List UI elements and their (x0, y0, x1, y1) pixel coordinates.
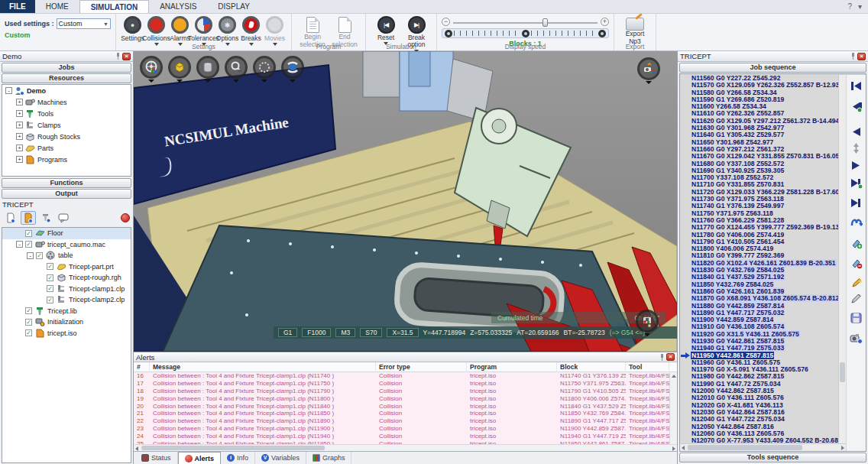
speed-knob-medium[interactable] (522, 30, 530, 37)
tree-item-programs[interactable]: +Programs (2, 154, 131, 165)
add-breakpoint-button[interactable] (850, 237, 863, 249)
alerts-column-header[interactable]: Tool (626, 362, 669, 372)
open-doc-button[interactable] (21, 211, 36, 225)
3d-viewport[interactable]: NCSIMUL Machine (134, 51, 677, 352)
play-reverse-button[interactable] (850, 125, 863, 138)
remove-breakpoint-button[interactable] (850, 257, 863, 269)
export-np3-button[interactable]: Export Np3 (619, 15, 651, 46)
skip-first-button[interactable] (850, 79, 863, 92)
output-tab-status[interactable]: Status (135, 452, 178, 464)
new-doc-button[interactable] (3, 211, 18, 225)
tree-item-demo[interactable]: -Demo (2, 85, 131, 96)
gcode-horizontal-scrollbar[interactable] (680, 443, 846, 451)
tree-item-clamps[interactable]: +Clamps (2, 119, 131, 131)
tree-item-tricept-clamp2-clp[interactable]: ✓Tricept-clamp2.clp (2, 294, 131, 306)
speed-slider[interactable] (453, 18, 598, 26)
save-button[interactable] (850, 312, 863, 324)
tree-item-tricept-iso[interactable]: ✓tricept.iso (2, 328, 131, 339)
sidebar-section-output[interactable]: Output (2, 189, 131, 199)
alert-row[interactable]: 17Collision between : Tool 4 and Fixture… (134, 380, 669, 388)
tree-checkbox[interactable]: ✓ (25, 230, 32, 237)
zoom-button[interactable] (225, 56, 248, 83)
pin-icon[interactable] (115, 53, 121, 60)
gcode-vertical-scrollbar[interactable] (838, 75, 846, 443)
tree-item-tricept-lib[interactable]: ✓Tricept.lib (2, 306, 131, 317)
tree-item-floor[interactable]: ✓Floor (2, 228, 131, 239)
ribbon-tab-file[interactable]: FILE (0, 0, 35, 13)
tree-checkbox[interactable]: ✓ (47, 297, 53, 303)
alerts-horizontal-scrollbar[interactable] (134, 444, 677, 451)
alert-row[interactable]: 22Collision between : Tool 4 and Fixture… (134, 417, 669, 425)
ribbon-tab-analysis[interactable]: ANALYSIS (149, 0, 207, 13)
tree-expander-icon[interactable]: + (16, 156, 23, 163)
alert-row[interactable]: 21Collision between : Tool 4 and Fixture… (134, 410, 669, 417)
ribbon-settings-button[interactable]: Settings (121, 15, 144, 46)
tree-expander-icon[interactable]: - (16, 241, 23, 248)
tools-sequence-button[interactable]: Tools sequence (679, 453, 866, 462)
gcode-line[interactable]: N12070 G0 X-77.953 Y433.409 Z604.552 B-2… (691, 437, 838, 443)
tree-item-machines[interactable]: +Machines (2, 96, 131, 108)
tree-expander-icon[interactable]: - (27, 252, 34, 259)
help-icon[interactable]: ? (847, 2, 852, 11)
speed-decrease-button[interactable]: − (442, 18, 450, 26)
tree-item-parts[interactable]: +Parts (2, 142, 131, 154)
sidebar-section-functions[interactable]: Functions (2, 178, 131, 188)
comment-button[interactable] (56, 211, 71, 225)
ribbon-tab-simulation[interactable]: SIMULATION (79, 0, 149, 13)
alert-row[interactable]: 23Collision between : Tool 4 and Fixture… (134, 425, 669, 433)
tool-badge-button[interactable] (38, 211, 53, 225)
ribbon-movies-button[interactable]: Movies (263, 15, 287, 46)
ribbon-breaks-button[interactable]: Breaks (239, 15, 263, 46)
tree-checkbox[interactable]: ✓ (47, 263, 53, 270)
speed-scale-bar[interactable] (442, 28, 609, 38)
speed-knob-slow[interactable] (445, 30, 452, 37)
output-tab-alerts[interactable]: Alerts (178, 452, 222, 464)
tree-checkbox[interactable]: ✓ (47, 285, 53, 292)
camera-option-button[interactable] (850, 332, 863, 344)
tree-item-tricept-caumo-mac[interactable]: -✓tricept_caumo.mac (2, 239, 131, 251)
tree-expander-icon[interactable]: + (16, 110, 23, 117)
selection-circle-button[interactable] (253, 56, 276, 83)
ribbon-collisions-button[interactable]: Collisions (144, 15, 168, 46)
play-button[interactable] (850, 159, 863, 171)
tree-item-table[interactable]: -✓table (2, 250, 131, 261)
tree-expander-icon[interactable]: + (16, 144, 23, 151)
close-icon[interactable]: × (122, 53, 131, 60)
edit-button[interactable] (850, 292, 863, 304)
alerts-column-header[interactable]: Message (150, 362, 376, 372)
tree-checkbox[interactable]: ✓ (25, 319, 32, 326)
used-settings-dropdown[interactable]: Custom ▼ (57, 18, 111, 29)
alert-row[interactable]: 24Collision between : Tool 4 and Fixture… (134, 432, 669, 440)
tree-expander-icon[interactable]: + (16, 122, 23, 128)
output-tab-info[interactable]: iInfo (221, 452, 255, 464)
gcode-list[interactable]: N11560 G0 Y227.22 Z545.292N11570 G0 X129… (691, 75, 838, 443)
ribbon-collapse-icon[interactable]: ▾ (858, 2, 862, 11)
tree-expander-icon[interactable]: - (5, 87, 12, 94)
tree-expander-icon[interactable]: + (16, 133, 23, 140)
cube-view-button[interactable] (168, 56, 191, 83)
tree-checkbox[interactable]: ✓ (25, 329, 32, 336)
tree-item-rough-stocks[interactable]: +Rough Stocks (2, 131, 131, 142)
tree-expander-icon[interactable]: + (16, 99, 23, 105)
speed-knob-fast[interactable] (598, 30, 606, 37)
ribbon-tolerances-button[interactable]: Tolerances (192, 15, 215, 46)
tree-item-tricept-rough-rgh[interactable]: ✓Tricept-rough.rgh (2, 272, 131, 284)
output-tab-graphs[interactable]: Graphs (306, 452, 352, 464)
tree-checkbox[interactable]: ✓ (25, 307, 32, 314)
tree-item-tricept-clamp1-clp[interactable]: ✓Tricept-clamp1.clp (2, 284, 131, 295)
alerts-column-header[interactable]: Block (557, 362, 626, 372)
skip-last-button[interactable] (850, 196, 863, 209)
tree-item-initialization[interactable]: ✓Initialization (2, 316, 131, 328)
output-tab-variables[interactable]: VVariables (255, 452, 306, 464)
tree-item-tricept-part-prt[interactable]: ✓Tricept-part.prt (2, 261, 131, 273)
sidebar-section-jobs[interactable]: Jobs (2, 63, 131, 73)
scroll-sync-button[interactable] (850, 142, 863, 154)
step-forward-button[interactable] (850, 177, 863, 190)
stock-cylinder-button[interactable] (196, 56, 219, 83)
ribbon-tab-display[interactable]: DISPLAY (207, 0, 261, 13)
speed-slider-thumb[interactable] (542, 18, 548, 27)
speed-increase-button[interactable]: + (601, 18, 609, 26)
pin-icon[interactable] (850, 53, 856, 60)
alerts-column-header[interactable]: # (134, 362, 150, 372)
tool-display-button[interactable] (636, 310, 659, 336)
